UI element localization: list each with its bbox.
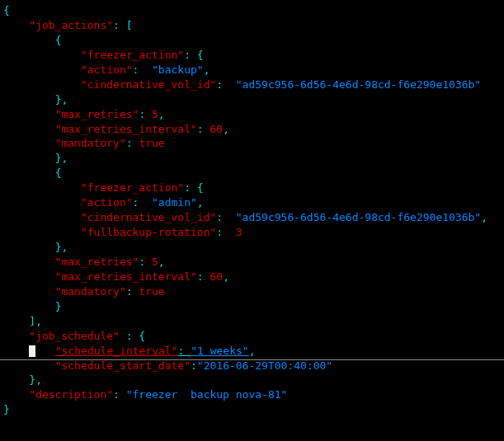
code-line: { xyxy=(3,3,504,18)
text-cursor xyxy=(29,345,35,357)
code-line: "job_schedule" : { xyxy=(3,329,504,344)
code-line: }, xyxy=(3,92,504,107)
code-line: "cindernative_vol_id": "ad59c956-6d56-4e… xyxy=(3,210,504,225)
code-line: "action": "backup", xyxy=(3,63,504,77)
code-line: "job_actions": [ xyxy=(3,18,504,33)
code-line: }, xyxy=(3,240,504,255)
code-line: }, xyxy=(3,151,504,166)
code-line: "schedule_interval": "1 weeks", xyxy=(3,344,504,359)
code-line: "freezer_action": { xyxy=(3,48,504,63)
code-line: } xyxy=(3,299,504,314)
code-line: { xyxy=(3,33,504,48)
code-line: "mandatory": true xyxy=(3,284,504,299)
code-line: "schedule_start_date":"2016-06-29T00:40:… xyxy=(3,359,504,373)
code-line: "max_retries": 5, xyxy=(3,255,504,270)
code-line: } xyxy=(3,402,504,417)
code-block: { "job_actions": [ { "freezer_action": {… xyxy=(3,3,504,417)
code-line: "action": "admin", xyxy=(3,195,504,210)
code-line: "description": "freezer backup nova-81" xyxy=(3,387,504,402)
code-line: "max_retries_interval": 60, xyxy=(3,270,504,284)
code-line: "max_retries": 5, xyxy=(3,107,504,122)
code-line: "mandatory": true xyxy=(3,136,504,151)
code-line: ], xyxy=(3,314,504,329)
code-line: }, xyxy=(3,373,504,387)
code-line: "freezer_action": { xyxy=(3,181,504,195)
code-line: "fullbackup-rotation": 3 xyxy=(3,225,504,240)
code-line: { xyxy=(3,166,504,181)
code-line: "cindernative_vol_id": "ad59c956-6d56-4e… xyxy=(3,77,504,92)
code-line: "max_retries_interval": 60, xyxy=(3,122,504,137)
